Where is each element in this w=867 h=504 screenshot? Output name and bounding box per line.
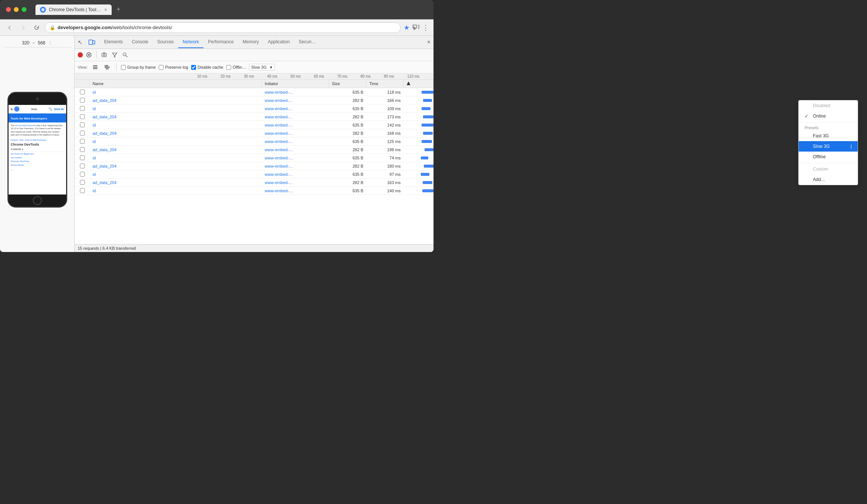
offline-label[interactable]: Offlin… <box>226 65 246 70</box>
minimize-button[interactable] <box>14 7 19 12</box>
row-checkbox-input-12[interactable] <box>80 188 85 193</box>
row-checkbox-1[interactable] <box>75 96 90 104</box>
tab-application[interactable]: Application <box>263 36 294 48</box>
table-row[interactable]: ad_data_204 www-embed-… 282 B 173 ms <box>75 113 434 121</box>
table-row[interactable]: id www-embed-… 635 B 97 ms <box>75 170 434 178</box>
row-checkbox-0[interactable] <box>75 88 90 96</box>
row-checkbox-3[interactable] <box>75 113 90 121</box>
throttle-select[interactable]: Slow 3G ▼ <box>249 64 275 71</box>
devtools-device-icon[interactable] <box>86 39 98 46</box>
header-initiator[interactable]: Initiator <box>262 80 329 88</box>
phone-link-device[interactable]: Device Mode <box>9 163 66 167</box>
header-time[interactable]: Time <box>366 80 404 88</box>
row-checkbox-5[interactable] <box>75 129 90 137</box>
search-button[interactable] <box>121 50 130 59</box>
row-checkbox-input-10[interactable] <box>80 172 85 177</box>
disable-cache-label[interactable]: Disable cache <box>191 65 223 70</box>
group-by-frame-label[interactable]: Group by frame <box>121 65 156 70</box>
browser-menu-icon[interactable]: ⋮ <box>422 24 429 32</box>
row-checkbox-input-5[interactable] <box>80 131 85 136</box>
new-tab-button[interactable]: + <box>113 4 124 15</box>
row-checkbox-input-2[interactable] <box>80 106 85 111</box>
table-row[interactable]: ad_data_204 www-embed-… 282 B 180 ms <box>75 162 434 170</box>
table-row[interactable]: ad_data_204 www-embed-… 282 B 198 ms <box>75 146 434 154</box>
row-checkbox-input-3[interactable] <box>80 114 85 119</box>
preserve-log-checkbox[interactable] <box>159 65 164 70</box>
row-checkbox-input-1[interactable] <box>80 98 85 103</box>
row-initiator-11: www-embed-… <box>262 178 329 186</box>
row-checkbox-6[interactable] <box>75 137 90 145</box>
tab-network[interactable]: Network <box>178 36 203 48</box>
header-waterfall[interactable] <box>404 80 434 88</box>
group-by-frame-checkbox[interactable] <box>121 65 126 70</box>
table-row[interactable]: ad_data_204 www-embed-… 282 B 166 ms <box>75 96 434 105</box>
phone-search-icon: 🔍 <box>49 108 52 111</box>
record-button[interactable] <box>78 52 83 57</box>
device-more-icon[interactable]: ⋮ <box>48 41 52 46</box>
phone-link-beginners[interactable]: DevTools for Beginners <box>9 152 66 156</box>
disable-cache-checkbox[interactable] <box>191 65 196 70</box>
row-checkbox-input-8[interactable] <box>80 155 85 160</box>
phone-home-button[interactable] <box>33 196 42 205</box>
row-checkbox-2[interactable] <box>75 105 90 112</box>
row-checkbox-input-4[interactable] <box>80 122 85 127</box>
waterfall-view-button[interactable] <box>103 63 112 72</box>
row-checkbox-input-9[interactable] <box>80 164 85 168</box>
table-row[interactable]: ad_data_204 www-embed-… 282 B 168 ms <box>75 129 434 137</box>
close-button[interactable] <box>6 7 11 12</box>
phone-chromesummit-link[interactable]: #ChromeDevSummit <box>15 124 36 127</box>
tab-security[interactable]: Securi… <box>294 36 320 48</box>
timeline-70ms: 70 ms <box>337 74 361 78</box>
row-checkbox-9[interactable] <box>75 162 90 170</box>
refresh-button[interactable] <box>31 22 42 33</box>
table-row[interactable]: id www-embed-… 635 B 109 ms <box>75 105 434 113</box>
tab-sources[interactable]: Sources <box>153 36 178 48</box>
browser-tab[interactable]: Chrome DevTools | Tools for W × <box>35 4 112 15</box>
row-checkbox-input-0[interactable] <box>80 90 85 94</box>
devtools-inspect-icon[interactable]: ↖ <box>75 39 86 46</box>
row-checkbox-11[interactable] <box>75 178 90 186</box>
row-checkbox-input-7[interactable] <box>80 147 85 152</box>
phone-sign-in-button[interactable]: SIGN IN <box>54 108 63 111</box>
table-row[interactable]: id www-embed-… 635 B 142 ms <box>75 121 434 129</box>
back-button[interactable] <box>4 22 15 33</box>
table-row[interactable]: id www-embed-… 635 B 125 ms <box>75 137 434 146</box>
stop-recording-button[interactable] <box>84 50 93 59</box>
row-size-6: 635 B <box>329 137 366 145</box>
tab-bar: Chrome DevTools | Tools for W × + <box>35 4 428 15</box>
camera-button[interactable] <box>100 50 109 59</box>
table-row[interactable]: ad_data_204 www-embed-… 282 B 163 ms <box>75 178 434 187</box>
table-row[interactable]: id www-embed-… 635 B 74 ms <box>75 154 434 162</box>
phone-contents-section[interactable]: Contents ∨ <box>9 147 66 152</box>
preserve-log-label[interactable]: Preserve log <box>159 65 188 70</box>
offline-checkbox[interactable] <box>226 65 231 70</box>
maximize-button[interactable] <box>22 7 27 12</box>
phone-link-discover[interactable]: Discover DevTools <box>9 159 66 163</box>
row-checkbox-12[interactable] <box>75 187 90 195</box>
forward-button[interactable] <box>18 22 28 33</box>
row-checkbox-7[interactable] <box>75 146 90 153</box>
phone-link-started[interactable]: Get started <box>9 156 66 159</box>
row-checkbox-8[interactable] <box>75 154 90 162</box>
filter-button[interactable] <box>110 50 119 59</box>
table-row[interactable]: id www-embed-… 635 B 118 ms <box>75 88 434 96</box>
timeline-60ms: 60 ms <box>314 74 338 78</box>
header-size[interactable]: Size <box>329 80 366 88</box>
svg-point-9 <box>103 54 105 56</box>
bookmark-icon[interactable]: ★ <box>404 24 410 32</box>
header-name[interactable]: Name <box>90 80 262 88</box>
tab-memory[interactable]: Memory <box>238 36 263 48</box>
address-bar[interactable]: 🔒 developers.google.com/web/tools/chrome… <box>45 22 401 33</box>
tab-performance[interactable]: Performance <box>203 36 238 48</box>
tab-console[interactable]: Console <box>127 36 153 48</box>
row-checkbox-10[interactable] <box>75 170 90 178</box>
list-view-button[interactable] <box>91 63 100 72</box>
row-checkbox-input-6[interactable] <box>80 139 85 144</box>
tab-close-button[interactable]: × <box>104 7 107 13</box>
cast-icon[interactable] <box>413 24 419 32</box>
row-checkbox-4[interactable] <box>75 121 90 129</box>
devtools-close-button[interactable]: × <box>424 36 434 49</box>
tab-elements[interactable]: Elements <box>100 36 127 48</box>
table-row[interactable]: id www-embed-… 635 B 140 ms <box>75 187 434 195</box>
row-checkbox-input-11[interactable] <box>80 180 85 185</box>
